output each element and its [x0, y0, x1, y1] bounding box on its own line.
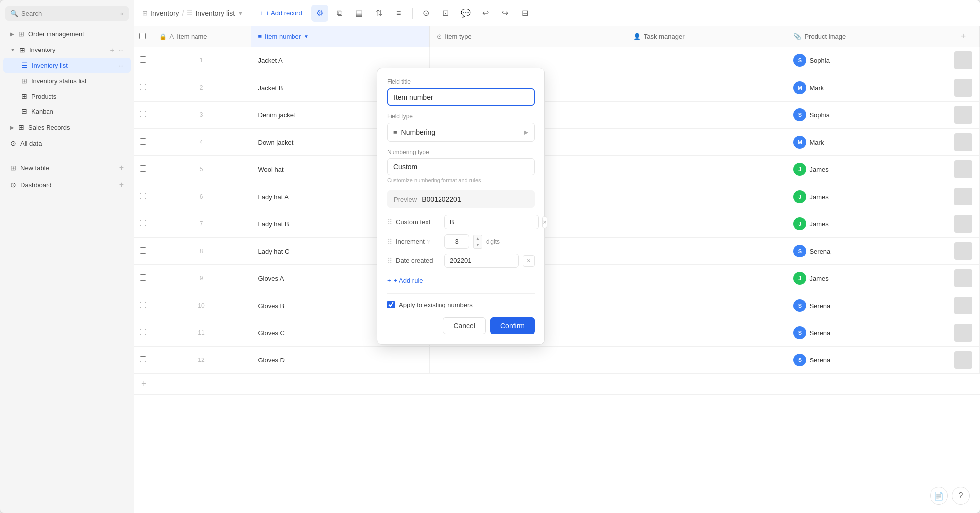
row-checkbox-cell[interactable]: [134, 265, 152, 292]
field-type-value: Numbering: [401, 128, 435, 136]
breadcrumb-view[interactable]: Inventory list: [196, 9, 235, 17]
search-input[interactable]: [21, 10, 117, 17]
sidebar-item-kanban[interactable]: ⊟ Kanban: [3, 104, 131, 119]
add-icon[interactable]: +: [119, 163, 124, 172]
row-checkbox-cell[interactable]: [134, 183, 152, 210]
remove-date-button[interactable]: ×: [523, 255, 535, 267]
add-rule-button[interactable]: + + Add rule: [387, 275, 423, 286]
sort-button[interactable]: ⇅: [371, 5, 388, 22]
sidebar-item-label: Products: [31, 93, 56, 100]
custom-text-input[interactable]: [444, 215, 539, 229]
sidebar-item-sales-records[interactable]: ▶ ⊞ Sales Records: [3, 120, 131, 135]
col-header-item-name[interactable]: 🔒 A Item name: [152, 26, 251, 47]
row-checkbox-cell[interactable]: [134, 102, 152, 129]
numbering-type-select[interactable]: Custom: [387, 158, 535, 175]
add-icon[interactable]: +: [119, 180, 124, 189]
row-checkbox[interactable]: [140, 56, 146, 63]
sidebar-item-dashboard[interactable]: ⊙ Dashboard +: [3, 177, 131, 193]
col-header-product-image[interactable]: 📎 Product image: [786, 26, 947, 47]
row-checkbox-cell[interactable]: [134, 74, 152, 102]
select-all-checkbox[interactable]: [139, 33, 146, 39]
remove-custom-text-button[interactable]: ×: [542, 216, 547, 228]
add-col-header[interactable]: +: [947, 26, 980, 47]
sidebar-item-order-management[interactable]: ▶ ⊞ Order management: [3, 26, 131, 41]
item-type-cell: [626, 156, 786, 183]
increment-input[interactable]: [444, 234, 469, 249]
sidebar-item-inventory[interactable]: ▼ ⊞ Inventory + ···: [3, 42, 131, 57]
field-type-row[interactable]: ≡ Numbering ▶: [387, 123, 535, 142]
history-button[interactable]: ⊙: [418, 5, 435, 22]
date-created-select[interactable]: 202201: [444, 254, 519, 268]
row-checkbox-cell[interactable]: [134, 238, 152, 265]
checkbox-col-header[interactable]: [134, 26, 152, 47]
row-checkbox-cell[interactable]: [134, 47, 152, 74]
row-checkbox[interactable]: [140, 302, 146, 308]
row-checkbox-cell[interactable]: [134, 292, 152, 319]
product-image-cell: [947, 102, 980, 129]
add-table-icon[interactable]: +: [110, 46, 114, 54]
more-button[interactable]: ⊟: [517, 5, 534, 22]
task-manager-cell: S Sophia: [786, 102, 947, 129]
col-header-task-manager[interactable]: 👤 Task manager: [626, 26, 786, 47]
chevron-down-icon[interactable]: ▼: [304, 34, 309, 39]
add-row-button[interactable]: +: [134, 374, 980, 395]
date-created-rule: ⠿ Date created 202201 ×: [387, 254, 535, 268]
row-checkbox[interactable]: [140, 356, 146, 362]
more-icon[interactable]: ···: [118, 62, 124, 69]
task-manager-cell: S Serena: [786, 347, 947, 374]
collapse-icon[interactable]: «: [120, 10, 124, 17]
field-title-input[interactable]: [387, 88, 535, 106]
apply-checkbox[interactable]: [387, 301, 395, 308]
add-record-button[interactable]: + + Add record: [253, 7, 308, 19]
row-checkbox[interactable]: [140, 274, 146, 281]
comment-button[interactable]: 💬: [457, 5, 474, 22]
row-checkbox-cell[interactable]: [134, 156, 152, 183]
row-checkbox[interactable]: [140, 220, 146, 226]
product-image-cell: [947, 74, 980, 102]
hide-fields-button[interactable]: ▤: [351, 5, 368, 22]
row-checkbox[interactable]: [140, 111, 146, 117]
row-checkbox[interactable]: [140, 84, 146, 90]
row-checkbox-cell[interactable]: [134, 347, 152, 374]
redo-button[interactable]: ↪: [497, 5, 514, 22]
notes-button[interactable]: 📄: [930, 487, 948, 505]
add-icon: +: [259, 9, 263, 17]
clock-icon: ⊙: [10, 139, 16, 147]
item-name-cell[interactable]: Gloves D: [251, 347, 430, 374]
undo-button[interactable]: ↩: [477, 5, 494, 22]
search-bar: 🔍 «: [5, 6, 129, 21]
increment-down-button[interactable]: ▼: [473, 242, 482, 249]
more-icon[interactable]: ···: [118, 46, 124, 53]
row-checkbox-cell[interactable]: [134, 319, 152, 347]
filter-button[interactable]: ⧉: [331, 5, 348, 22]
task-manager-cell: J James: [786, 210, 947, 238]
col-header-item-type[interactable]: ⊙ Item type: [430, 26, 626, 47]
confirm-button[interactable]: Confirm: [490, 317, 535, 334]
copy-button[interactable]: ⊡: [438, 5, 454, 22]
sidebar-item-inventory-status[interactable]: ⊞ Inventory status list: [3, 73, 131, 88]
row-checkbox[interactable]: [140, 329, 146, 335]
cancel-button[interactable]: Cancel: [443, 317, 486, 334]
row-checkbox[interactable]: [140, 138, 146, 145]
row-checkbox[interactable]: [140, 193, 146, 199]
row-checkbox[interactable]: [140, 247, 146, 254]
increment-up-button[interactable]: ▲: [473, 235, 482, 242]
settings-button[interactable]: ⚙: [311, 5, 328, 22]
row-checkbox-cell[interactable]: [134, 129, 152, 156]
sidebar-item-new-table[interactable]: ⊞ New table +: [3, 160, 131, 176]
help-button[interactable]: ?: [952, 487, 970, 505]
toolbar: ⊞ Inventory / ☰ Inventory list ▼ + + Add…: [134, 0, 980, 26]
chevron-down-icon[interactable]: ▼: [238, 10, 243, 16]
item-type-cell: [626, 129, 786, 156]
row-checkbox-cell[interactable]: [134, 210, 152, 238]
sidebar-item-products[interactable]: ⊞ Products: [3, 89, 131, 103]
sidebar-item-inventory-list[interactable]: ☰ Inventory list ···: [3, 58, 131, 73]
breadcrumb-table[interactable]: Inventory: [150, 9, 179, 17]
col-header-item-number[interactable]: ≡ Item number ▼: [251, 26, 430, 47]
group-button[interactable]: ≡: [391, 5, 407, 22]
preview-value: B001202201: [422, 195, 461, 203]
row-checkbox[interactable]: [140, 165, 146, 172]
table-icon: ⊞: [142, 9, 147, 17]
sidebar-item-all-data[interactable]: ⊙ All data: [3, 136, 131, 151]
item-type-cell: [626, 238, 786, 265]
